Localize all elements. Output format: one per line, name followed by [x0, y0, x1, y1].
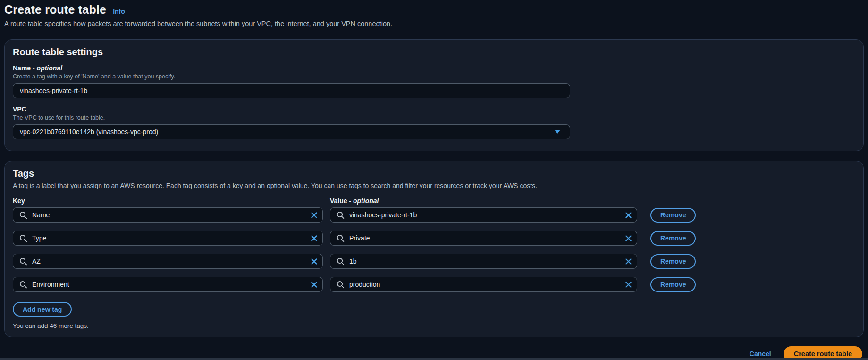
- remove-tag-button[interactable]: Remove: [650, 208, 696, 223]
- value-column-header: Value - optional: [330, 197, 637, 205]
- tag-value-field: [330, 231, 637, 246]
- tag-value-input[interactable]: [330, 231, 637, 245]
- value-header-optional: - optional: [349, 197, 379, 205]
- tag-value-input[interactable]: [330, 254, 637, 268]
- name-label-text: Name: [13, 64, 33, 72]
- page-header: Create route table Info A route table sp…: [0, 0, 868, 27]
- tag-value-field: [330, 207, 637, 223]
- tag-value-field: [330, 254, 637, 269]
- clear-value-icon[interactable]: [624, 281, 632, 289]
- title-row: Create route table Info: [4, 3, 863, 17]
- page-description: A route table specifies how packets are …: [4, 20, 863, 27]
- tag-key-field: [13, 207, 323, 223]
- add-new-tag-button[interactable]: Add new tag: [13, 302, 72, 317]
- clear-value-icon[interactable]: [624, 235, 632, 242]
- tags-description: A tag is a label that you assign to an A…: [13, 182, 855, 189]
- tags-remaining-note: You can add 46 more tags.: [13, 322, 855, 329]
- tag-value-field: [330, 277, 637, 292]
- tag-row: Remove: [13, 277, 855, 292]
- name-label-optional: - optional: [33, 64, 62, 72]
- chevron-down-icon: [555, 130, 560, 134]
- tag-row: Remove: [13, 207, 855, 223]
- name-field-label: Name - optional: [13, 64, 855, 72]
- tag-key-input[interactable]: [13, 208, 322, 222]
- clear-key-icon[interactable]: [310, 212, 318, 219]
- remove-tag-button[interactable]: Remove: [650, 277, 696, 292]
- tag-value-input[interactable]: [330, 208, 637, 222]
- clear-value-icon[interactable]: [624, 258, 632, 266]
- remove-tag-button[interactable]: Remove: [650, 231, 696, 246]
- vpc-selected-option: vpc-0221b0769110e142b (vinashoes-vpc-pro…: [20, 128, 158, 136]
- value-header-text: Value: [330, 197, 349, 205]
- tag-key-field: [13, 254, 323, 269]
- tag-row: Remove: [13, 231, 855, 246]
- tag-row: Remove: [13, 254, 855, 269]
- clear-value-icon[interactable]: [624, 212, 632, 219]
- key-column-header: Key: [13, 197, 323, 205]
- clear-key-icon[interactable]: [310, 258, 318, 266]
- remove-tag-button[interactable]: Remove: [650, 254, 696, 269]
- info-link[interactable]: Info: [113, 8, 125, 15]
- settings-card-title: Route table settings: [13, 47, 855, 58]
- tag-key-input[interactable]: [13, 231, 322, 245]
- clear-key-icon[interactable]: [310, 281, 318, 289]
- bottom-footer-strip: [0, 358, 868, 360]
- cancel-button[interactable]: Cancel: [750, 350, 771, 358]
- tag-key-input[interactable]: [13, 254, 322, 268]
- vpc-field-label: VPC: [13, 105, 855, 113]
- name-field-group: Name - optional Create a tag with a key …: [13, 64, 855, 98]
- tag-column-headers: Key Value - optional: [13, 197, 855, 205]
- vpc-field-group: VPC The VPC to use for this route table.…: [13, 105, 855, 139]
- vpc-select[interactable]: vpc-0221b0769110e142b (vinashoes-vpc-pro…: [13, 124, 570, 139]
- route-table-settings-card: Route table settings Name - optional Cre…: [4, 39, 864, 151]
- tag-value-input[interactable]: [330, 277, 637, 291]
- tag-key-field: [13, 231, 323, 246]
- page-title: Create route table: [4, 3, 106, 17]
- tag-key-input[interactable]: [13, 277, 322, 291]
- vpc-field-help: The VPC to use for this route table.: [13, 114, 855, 121]
- tags-card-title: Tags: [13, 168, 855, 179]
- name-input[interactable]: [13, 83, 570, 98]
- name-field-help: Create a tag with a key of 'Name' and a …: [13, 73, 855, 80]
- tag-key-field: [13, 277, 323, 292]
- clear-key-icon[interactable]: [310, 235, 318, 242]
- tags-card: Tags A tag is a label that you assign to…: [4, 161, 864, 337]
